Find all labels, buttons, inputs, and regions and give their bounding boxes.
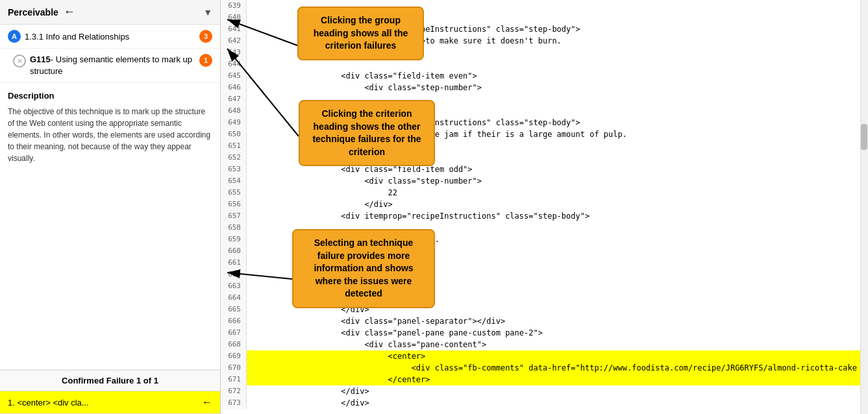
table-row: 669 <center> bbox=[221, 350, 868, 362]
line-number: 673 bbox=[221, 397, 247, 409]
description-title: Description bbox=[8, 91, 212, 101]
line-number: 657 bbox=[221, 210, 247, 222]
line-number: 654 bbox=[221, 175, 247, 187]
criterion-count-badge: 3 bbox=[199, 30, 212, 43]
line-content: 22 bbox=[247, 187, 397, 199]
criterion-row[interactable]: A 1.3.1 Info and Relationships 3 bbox=[0, 25, 220, 49]
chevron-down-icon: ▼ bbox=[203, 7, 212, 18]
line-content bbox=[247, 58, 252, 70]
line-number: 652 bbox=[221, 152, 247, 164]
failure-arrow-icon: ← bbox=[202, 396, 212, 408]
criterion-badge: A bbox=[8, 30, 21, 43]
group-title: Perceivable bbox=[8, 7, 58, 18]
line-number: 650 bbox=[221, 128, 247, 140]
failure-text: 1. <center> <div cla... bbox=[8, 398, 197, 408]
line-content bbox=[247, 222, 252, 234]
line-content bbox=[247, 47, 252, 58]
line-content bbox=[247, 257, 252, 269]
line-number: 649 bbox=[221, 117, 247, 128]
table-row: 668 <div class="pane-content"> bbox=[221, 339, 868, 350]
line-number: 646 bbox=[221, 82, 247, 93]
line-content: <center> bbox=[247, 350, 425, 362]
line-content bbox=[247, 12, 252, 23]
code-area[interactable]: 639640641 <a itemprop="recipeInstruction… bbox=[221, 0, 868, 414]
table-row: 646 <div class="step-number"> bbox=[221, 82, 868, 93]
line-number: 668 bbox=[221, 339, 247, 350]
callout-technique-failure: Selecting an technique failure provides … bbox=[292, 229, 435, 308]
line-number: 661 bbox=[221, 257, 247, 269]
scrollbar[interactable] bbox=[860, 0, 868, 414]
line-number: 642 bbox=[221, 35, 247, 47]
line-content: <div class="pane-content"> bbox=[247, 339, 486, 350]
line-content bbox=[247, 0, 252, 12]
arrow-left-icon: ← bbox=[64, 5, 75, 19]
line-number: 663 bbox=[221, 280, 247, 292]
callout-group-heading: Clicking the group heading shows all the… bbox=[297, 6, 424, 60]
line-number: 644 bbox=[221, 58, 247, 70]
line-number: 656 bbox=[221, 199, 247, 210]
table-row: 670 <div class="fb-comments" data-href="… bbox=[221, 362, 868, 374]
line-number: 648 bbox=[221, 105, 247, 117]
line-content: <div class="step-number"> bbox=[247, 82, 482, 93]
left-panel: Perceivable ← ▼ A 1.3.1 Info and Relatio… bbox=[0, 0, 221, 414]
line-number: 640 bbox=[221, 12, 247, 23]
line-content: </center> bbox=[247, 374, 430, 385]
line-content: <div class="field-item even"> bbox=[247, 70, 477, 82]
line-content bbox=[247, 292, 252, 304]
line-number: 641 bbox=[221, 23, 247, 35]
line-content: <div class="fb-comments" data-href="http… bbox=[247, 362, 857, 374]
line-number: 662 bbox=[221, 269, 247, 280]
line-number: 651 bbox=[221, 140, 247, 152]
table-row: 671 </center> bbox=[221, 374, 868, 385]
line-number: 647 bbox=[221, 93, 247, 105]
line-content bbox=[247, 93, 252, 105]
line-number: 645 bbox=[221, 70, 247, 82]
line-number: 660 bbox=[221, 245, 247, 257]
line-content bbox=[247, 105, 252, 117]
line-number: 655 bbox=[221, 187, 247, 199]
line-content: </div> bbox=[247, 199, 393, 210]
line-number: 659 bbox=[221, 234, 247, 245]
line-number: 658 bbox=[221, 222, 247, 234]
line-content: <div itemprop="recipeInstructions" class… bbox=[247, 210, 589, 222]
scrollbar-thumb[interactable] bbox=[861, 124, 867, 150]
line-content: <div class="step-number"> bbox=[247, 175, 482, 187]
failure-item[interactable]: 1. <center> <div cla... ← bbox=[0, 391, 220, 414]
table-row: 672 </div> bbox=[221, 385, 868, 397]
group-header[interactable]: Perceivable ← ▼ bbox=[0, 0, 220, 25]
line-content bbox=[247, 152, 252, 164]
description-section: Description The objective of this techni… bbox=[0, 83, 220, 370]
description-text: The objective of this technique is to ma… bbox=[8, 106, 212, 164]
table-row: 673 </div> bbox=[221, 397, 868, 409]
line-number: 669 bbox=[221, 350, 247, 362]
table-row: 645 <div class="field-item even"> bbox=[221, 70, 868, 82]
confirmed-failure-header: Confirmed Failure 1 of 1 bbox=[0, 370, 220, 391]
callout-criterion-heading: Clicking the criterion heading shows the… bbox=[299, 100, 435, 166]
line-number: 671 bbox=[221, 374, 247, 385]
line-number: 653 bbox=[221, 164, 247, 175]
technique-row[interactable]: ✕ G115- Using semantic elements to mark … bbox=[0, 49, 220, 83]
technique-status-icon: ✕ bbox=[13, 55, 26, 67]
table-row: 656 </div> bbox=[221, 199, 868, 210]
line-number: 666 bbox=[221, 315, 247, 327]
table-row: 666 <div class="panel-separator"></div> bbox=[221, 315, 868, 327]
line-number: 667 bbox=[221, 327, 247, 339]
line-content: </div> bbox=[247, 385, 369, 397]
line-content bbox=[247, 140, 252, 152]
technique-text: G115- Using semantic elements to mark up… bbox=[30, 54, 195, 77]
table-row: 657 <div itemprop="recipeInstructions" c… bbox=[221, 210, 868, 222]
line-content: <div class="panel-separator"></div> bbox=[247, 315, 505, 327]
line-number: 643 bbox=[221, 47, 247, 58]
line-number: 670 bbox=[221, 362, 247, 374]
line-content: <div class="panel-pane pane-custom pane-… bbox=[247, 327, 543, 339]
table-row: 667 <div class="panel-pane pane-custom p… bbox=[221, 327, 868, 339]
right-panel: 639640641 <a itemprop="recipeInstruction… bbox=[221, 0, 868, 414]
technique-count-badge: 1 bbox=[199, 54, 212, 67]
criterion-label: 1.3.1 Info and Relationships bbox=[25, 32, 195, 42]
line-content: </div> bbox=[247, 397, 369, 409]
line-number: 665 bbox=[221, 304, 247, 315]
line-content bbox=[247, 245, 252, 257]
line-number: 672 bbox=[221, 385, 247, 397]
table-row: 655 22 bbox=[221, 187, 868, 199]
line-content bbox=[247, 280, 252, 292]
